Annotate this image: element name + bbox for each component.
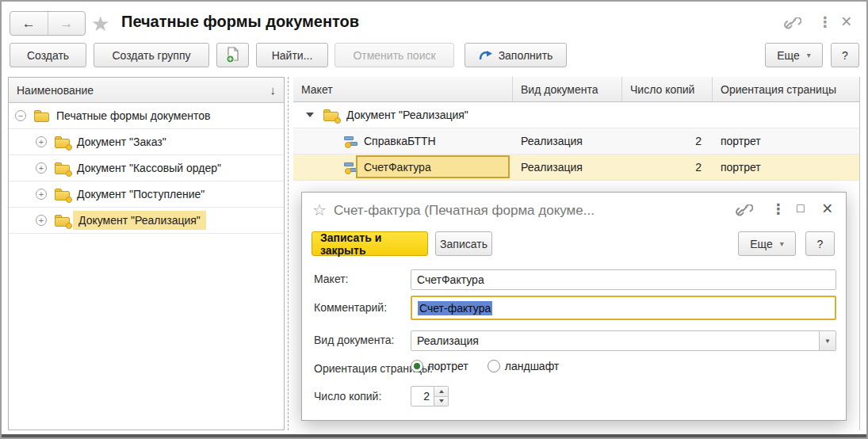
group-folder-icon [55,162,70,174]
comment-field[interactable]: Счет-фактура [411,296,836,320]
nav-history-group: ← → [10,11,86,36]
fill-arrow-icon [479,50,493,61]
tree-row-root[interactable]: − Печатные формы документов [9,103,284,129]
tree-row-zakaz[interactable]: + Документ "Заказ" [9,129,284,155]
edit-dialog: ☆ Счет-фактура (Печатная форма докуме...… [301,192,847,421]
column-header-maket[interactable]: Макет [293,77,513,101]
radio-landscape[interactable] [488,360,500,372]
column-header-orientation[interactable]: Ориентация страницы [713,77,859,101]
template-icon [344,136,358,147]
tree-panel: Наименование ↓ − Печатные формы документ… [8,77,285,430]
dialog-help-button[interactable]: ? [805,231,835,256]
fill-button[interactable]: Заполнить [465,43,567,67]
expand-icon[interactable]: + [36,215,47,226]
selected-tree-label: Документ "Реализация" [73,211,206,230]
panel-splitter[interactable] [288,77,289,430]
favorite-star-icon[interactable]: ★ [91,12,109,36]
window-bottom-edge [2,434,868,437]
copies-input[interactable]: 2 [411,386,434,407]
collapse-triangle-icon[interactable] [306,113,314,117]
copies-label: Число копий: [314,390,381,403]
forward-button[interactable]: → [48,12,86,35]
expand-icon[interactable]: + [36,189,47,200]
group-folder-icon [55,189,70,200]
spinner-buttons [434,386,449,407]
maximize-icon[interactable]: □ [797,201,805,216]
column-header-copies[interactable]: Число копий [622,77,713,101]
column-header-vid[interactable]: Вид документа [513,77,622,101]
group-folder-icon [55,136,70,148]
dialog-close-icon[interactable]: × [822,198,832,220]
triangle-up-icon [439,390,444,393]
window-menu-icon[interactable]: ⋮ [818,13,832,31]
vid-label: Вид документа: [314,334,394,346]
table-row-selected[interactable]: СчетФактура Реализация 2 портрет [293,155,859,181]
combo-dropdown-button[interactable]: ▼ [819,331,835,350]
collapse-icon[interactable]: − [15,110,26,121]
cancel-search-button: Отменить поиск [335,43,454,67]
chevron-down-icon: ▾ [780,239,784,248]
table-right-border [859,77,860,430]
copies-spinner: 2 [411,386,449,407]
page-title: Печатные формы документов [121,13,359,31]
table-header-row: Макет Вид документа Число копий Ориентац… [293,77,859,102]
link-icon[interactable] [734,204,753,217]
create-group-button[interactable]: Создать группу [94,43,209,67]
tree-row-kassovy-order[interactable]: + Документ "Кассовый ордер" [9,155,284,181]
spinner-up-button[interactable] [434,387,448,397]
radio-portrait[interactable] [411,360,423,372]
find-button[interactable]: Найти... [256,43,328,67]
back-button[interactable]: ← [10,12,48,35]
current-cell[interactable]: СчетФактура [356,155,510,178]
app-window: ← → ★ Печатные формы документов ⋮ × Созд… [0,0,868,439]
save-and-close-button[interactable]: Записать и закрыть [312,231,428,256]
maket-label: Макет: [314,273,349,285]
more-button[interactable]: Еще▾ [765,43,823,67]
table-group-row[interactable]: Документ "Реализация" [293,102,859,128]
group-folder-icon [323,109,338,121]
sort-descending-icon[interactable]: ↓ [270,83,277,97]
folder-icon [34,110,49,122]
spinner-down-button[interactable] [434,397,448,407]
tree-row-postuplenie[interactable]: + Документ "Поступление" [9,181,284,208]
templates-table: Макет Вид документа Число копий Ориентац… [293,77,859,181]
dialog-title: Счет-фактура (Печатная форма докуме... [334,203,595,219]
comment-label: Комментарий: [314,301,387,314]
dialog-more-button[interactable]: Еще▾ [738,231,796,256]
expand-icon[interactable]: + [36,162,47,174]
window-close-icon[interactable]: × [841,11,851,32]
expand-icon[interactable]: + [36,136,47,147]
tree-column-header[interactable]: Наименование ↓ [9,78,284,103]
window-menu-icon[interactable]: ⋮ [771,200,786,218]
table-row[interactable]: СправкаБТТН Реализация 2 портрет [293,128,859,155]
new-document-plus-icon [226,47,239,63]
orientation-radio-group: портрет ландшафт [411,360,559,372]
chevron-down-icon: ▾ [807,51,811,59]
favorite-star-outline-icon[interactable]: ☆ [312,200,327,220]
vid-combo[interactable]: Реализация ▼ [411,330,836,351]
maket-field[interactable]: СчетФактура [411,269,836,290]
create-by-copy-button[interactable] [216,43,249,67]
selected-text: Счет-фактура [418,301,492,315]
tree-row-realizatsiya[interactable]: + Документ "Реализация" [9,208,284,234]
group-folder-icon [55,215,70,227]
create-button[interactable]: Создать [10,43,86,67]
save-button[interactable]: Записать [435,231,492,256]
link-icon[interactable] [782,17,801,30]
help-button[interactable]: ? [831,43,859,67]
triangle-down-icon [439,399,444,403]
